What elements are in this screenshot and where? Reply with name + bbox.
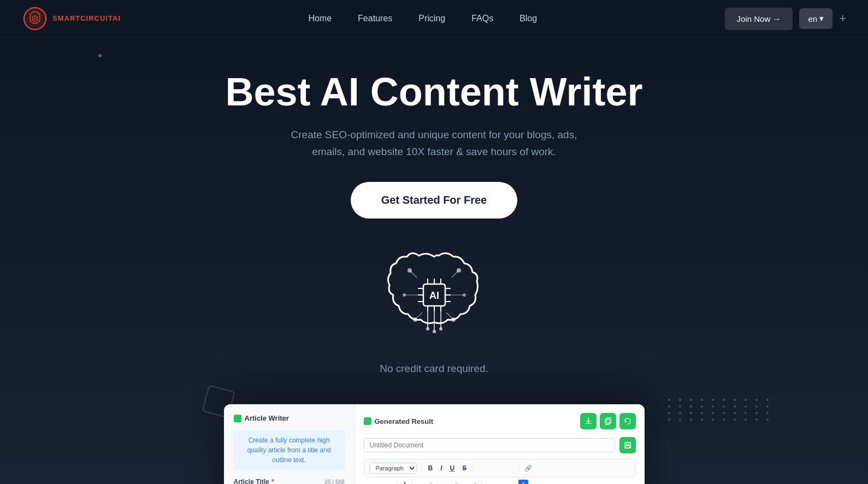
dot-grid-dot — [690, 405, 692, 408]
dot-grid-dot — [723, 418, 725, 421]
generated-result-header: Generated Result — [364, 413, 636, 429]
dot-grid-dot — [712, 405, 714, 408]
align-left-icon[interactable]: ☰ — [478, 463, 488, 473]
redo-icon[interactable]: ↪ — [382, 480, 392, 484]
svg-line-37 — [446, 312, 453, 320]
quote-icon[interactable]: ❝ — [536, 463, 546, 473]
download-button[interactable] — [580, 413, 597, 429]
table-arrow: ▾ — [430, 482, 433, 484]
dot-grid-dot — [755, 412, 758, 414]
bold-button[interactable]: B — [426, 463, 435, 473]
hero-dot-decoration — [98, 54, 102, 57]
svg-rect-44 — [605, 420, 609, 425]
nav-links: Home Features Pricing FAQs Blog — [308, 14, 537, 23]
dot-grid-dot — [755, 405, 758, 408]
app-preview-wrapper: Article Writer Create a fully complete h… — [22, 404, 846, 484]
no-credit-text: No credit card required. — [380, 361, 488, 377]
dot-grid-dot — [734, 399, 736, 401]
link-icon[interactable]: 🔗 — [523, 463, 533, 473]
underline-button[interactable]: U — [448, 463, 457, 473]
lang-label: en — [808, 14, 817, 23]
ai-brain-illustration: AI — [380, 240, 489, 350]
editor-toolbar-row2: ↩ ↪ I ⊞ ▾ ☰ ▾ ≡ ▾ → ← — [364, 477, 636, 484]
svg-point-42 — [433, 330, 436, 333]
logo[interactable]: AI SMARTCIRCUITAI — [22, 5, 121, 32]
plus-icon[interactable]: + — [839, 11, 846, 26]
dot-grid-dot — [734, 405, 736, 408]
strikethrough-button[interactable]: S — [460, 463, 469, 473]
get-started-button[interactable]: Get Started For Free — [351, 182, 517, 219]
dot-grid-dot — [690, 399, 692, 401]
svg-line-32 — [410, 270, 417, 278]
indent-icon[interactable]: → — [486, 480, 496, 484]
article-writer-text: Article Writer — [245, 414, 289, 422]
article-writer-label: Article Writer — [234, 414, 345, 422]
undo-icon[interactable]: ↩ — [369, 480, 379, 484]
table-icon[interactable]: ⊞ — [417, 480, 427, 484]
app-right-pane: Generated Result — [355, 404, 645, 484]
join-now-button[interactable]: Join Now → — [725, 8, 793, 30]
app-preview-card: Article Writer Create a fully complete h… — [224, 404, 645, 484]
dot-grid-dot — [701, 418, 703, 421]
dot-grid-dot — [712, 399, 714, 401]
nav-right: Join Now → en ▾ + — [725, 8, 846, 30]
nav-faqs[interactable]: FAQs — [471, 14, 493, 23]
toolbar-separator — [421, 464, 422, 473]
toolbar-separator-8 — [513, 480, 514, 484]
svg-rect-45 — [606, 418, 611, 423]
copy-button[interactable] — [600, 413, 616, 429]
dot-grid-dot — [723, 412, 725, 414]
required-marker: * — [271, 478, 274, 484]
dot-grid-decoration — [668, 399, 773, 421]
dot-grid-dot — [745, 412, 747, 414]
app-left-pane: Article Writer Create a fully complete h… — [224, 404, 355, 484]
result-action-buttons — [580, 413, 636, 429]
dot-grid-dot — [668, 405, 670, 408]
align-right-icon[interactable]: ☷ — [504, 463, 514, 473]
dot-grid-dot — [668, 399, 670, 401]
nav-features[interactable]: Features — [358, 14, 392, 23]
dot-grid-dot — [701, 405, 703, 408]
outdent-icon[interactable]: ← — [499, 480, 509, 484]
align-center-icon[interactable]: ≡ — [491, 463, 501, 473]
svg-point-41 — [426, 327, 429, 330]
dot-grid-dot — [679, 418, 681, 421]
toolbar-separator-4 — [397, 480, 397, 484]
nav-blog[interactable]: Blog — [519, 14, 537, 23]
nav-home[interactable]: Home — [308, 14, 332, 23]
nav-pricing[interactable]: Pricing — [418, 14, 445, 23]
toolbar-separator-5 — [412, 480, 412, 484]
language-selector[interactable]: en ▾ — [799, 8, 832, 29]
refresh-button[interactable] — [619, 413, 636, 429]
article-title-label: Article Title * 25 / 500 — [234, 478, 345, 484]
save-document-button[interactable] — [619, 437, 636, 453]
document-title-input[interactable] — [364, 438, 615, 452]
dot-grid-dot — [755, 399, 758, 401]
paragraph-icon[interactable]: ¶ — [532, 480, 541, 484]
hero-section: Best AI Content Writer Create SEO-optimi… — [0, 38, 868, 484]
toolbar-separator-2 — [473, 464, 474, 473]
dot-grid-dot — [745, 405, 747, 408]
numbered-arrow: ▾ — [474, 482, 477, 484]
text-color-icon[interactable]: A — [518, 480, 528, 484]
dot-grid-dot — [668, 418, 670, 421]
dot-grid-dot — [701, 412, 703, 414]
bullet-list-icon[interactable]: ☰ — [442, 480, 452, 484]
dot-grid-dot — [766, 418, 769, 421]
dot-grid-dot — [690, 418, 692, 421]
italic-button-2[interactable]: I — [401, 480, 408, 484]
dot-grid-dot — [766, 399, 769, 401]
dot-grid-dot — [766, 412, 769, 414]
hero-subtitle: Create SEO-optimized and unique content … — [281, 127, 587, 160]
dot-grid-dot — [734, 412, 736, 414]
dot-grid-dot — [668, 412, 670, 414]
numbered-list-icon[interactable]: ≡ — [461, 480, 471, 484]
dot-grid-dot — [679, 412, 681, 414]
dot-grid-dot — [679, 399, 681, 401]
char-count: 25 / 500 — [324, 479, 344, 484]
italic-button[interactable]: I — [438, 463, 444, 473]
paragraph-style-select[interactable]: Paragraph — [370, 463, 417, 474]
dot-grid-dot — [712, 412, 714, 414]
dot-grid-dot — [701, 399, 703, 401]
logo-text: SMARTCIRCUITAI — [52, 15, 121, 22]
